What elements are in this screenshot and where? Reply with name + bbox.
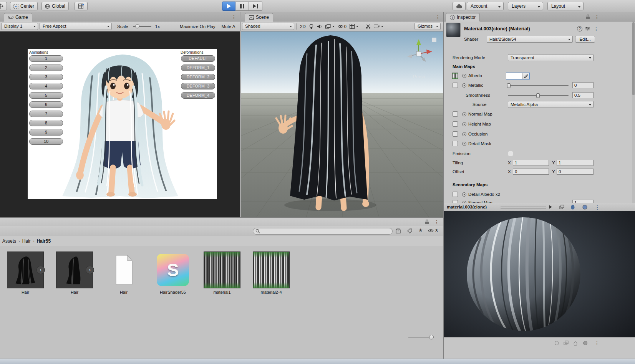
scene-render-area[interactable]: Persp: [241, 31, 443, 217]
prefab-expand-arrow[interactable]: ›: [36, 266, 45, 274]
animation-button-1[interactable]: 1: [29, 55, 63, 62]
breadcrumb-assets[interactable]: Assets: [2, 238, 16, 244]
asset-hair-model-1[interactable]: › Hair: [7, 251, 44, 295]
detail-mask-checkbox[interactable]: [453, 141, 458, 146]
rendering-mode-dropdown[interactable]: Transparent: [508, 54, 594, 61]
effects-dropdown[interactable]: [324, 23, 336, 30]
height-map-checkbox[interactable]: [453, 121, 458, 127]
metallic-value-field[interactable]: 0: [572, 82, 594, 88]
breadcrumb-hair[interactable]: Hair: [22, 238, 31, 244]
play-button[interactable]: [222, 2, 235, 11]
secondary-normal-field[interactable]: 1: [572, 200, 594, 203]
eyedropper-button[interactable]: [522, 73, 529, 79]
tools-button[interactable]: [364, 23, 372, 30]
animation-button-6[interactable]: 6: [29, 101, 63, 108]
shader-dropdown[interactable]: Hair/2Side/54: [487, 36, 573, 43]
smoothness-value-field[interactable]: 0.5: [572, 92, 594, 98]
grid-snap-button[interactable]: [75, 2, 88, 10]
asset-hair-file[interactable]: Hair: [105, 251, 142, 295]
lock-icon[interactable]: [425, 219, 429, 225]
asset-bundle-icon[interactable]: [554, 341, 559, 346]
edit-shader-button[interactable]: Edit...: [575, 36, 595, 43]
search-input[interactable]: [262, 229, 390, 233]
color-swatch[interactable]: [506, 73, 522, 79]
deform-button-2[interactable]: DEFORM_2: [181, 74, 215, 80]
display-dropdown[interactable]: Display 1: [1, 23, 38, 30]
albedo-texture-thumb[interactable]: [452, 73, 458, 79]
animation-button-3[interactable]: 3: [29, 74, 63, 80]
inspector-scrollbar[interactable]: [632, 22, 635, 203]
target-circle-icon[interactable]: [462, 83, 466, 88]
audio-toggle[interactable]: [315, 23, 324, 30]
kebab-menu-icon[interactable]: ⋮: [231, 14, 237, 20]
target-circle-icon[interactable]: [462, 122, 466, 126]
lock-icon[interactable]: [586, 14, 590, 20]
target-circle-icon[interactable]: [462, 74, 466, 78]
move-tool-button[interactable]: [0, 2, 7, 10]
thumbnail-zoom-slider[interactable]: [408, 334, 434, 340]
scrollbar-thumb[interactable]: [632, 22, 635, 95]
layers-mini-icon[interactable]: [564, 341, 569, 346]
preview-play-icon[interactable]: [549, 205, 552, 209]
drag-handle[interactable]: [501, 207, 546, 208]
layers-dropdown[interactable]: Layers: [508, 2, 543, 10]
target-circle-icon[interactable]: [462, 132, 466, 136]
scale-slider[interactable]: [133, 24, 151, 29]
secondary-normal-checkbox[interactable]: [453, 200, 458, 203]
animation-button-5[interactable]: 5: [29, 92, 63, 99]
presets-icon[interactable]: [585, 26, 590, 31]
preview-layers-icon[interactable]: [559, 205, 564, 209]
occlusion-checkbox[interactable]: [453, 131, 458, 137]
package-icon[interactable]: [396, 228, 401, 233]
animation-button-7[interactable]: 7: [29, 111, 63, 117]
asset-hair-model-2[interactable]: › Hair: [56, 251, 93, 295]
preview-shape-icon[interactable]: [582, 205, 587, 210]
asset-material2-4[interactable]: material2-4: [253, 251, 290, 295]
gizmos-dropdown[interactable]: Gizmos: [414, 23, 441, 30]
preview-lighting-icon[interactable]: [571, 205, 575, 210]
cloud-services-button[interactable]: [453, 2, 466, 10]
2d-toggle[interactable]: 2D: [298, 24, 307, 29]
help-icon[interactable]: ?: [577, 26, 582, 31]
tab-scene[interactable]: Scene: [245, 13, 273, 22]
metallic-checkbox[interactable]: [453, 83, 458, 88]
metallic-slider[interactable]: [508, 85, 569, 86]
kebab-menu-icon[interactable]: ⋮: [595, 204, 600, 210]
favorites-icon[interactable]: ★: [418, 227, 423, 233]
kebab-menu-icon[interactable]: ⋮: [434, 219, 439, 225]
kebab-menu-icon[interactable]: ⋮: [594, 26, 599, 32]
offset-x-field[interactable]: 0: [513, 169, 549, 175]
smoothness-slider[interactable]: [508, 95, 569, 96]
visibility-toggle[interactable]: 0: [336, 23, 348, 30]
target-circle-icon[interactable]: [462, 112, 466, 116]
asset-material1[interactable]: material1: [204, 251, 240, 295]
animation-button-2[interactable]: 2: [29, 65, 63, 71]
maximize-on-play-toggle[interactable]: Maximize On Play: [178, 24, 217, 29]
tiling-x-field[interactable]: 1: [513, 160, 549, 166]
search-field[interactable]: [253, 228, 393, 235]
draw-mode-dropdown[interactable]: Shaded: [242, 23, 294, 30]
animation-button-9[interactable]: 9: [29, 129, 63, 136]
material-preview-sphere[interactable]: [444, 211, 635, 337]
prefab-expand-arrow[interactable]: ›: [86, 266, 94, 274]
target-circle-icon[interactable]: [462, 192, 466, 197]
kebab-menu-icon[interactable]: ⋮: [594, 14, 600, 20]
breadcrumb-current[interactable]: Hair55: [36, 238, 51, 244]
source-dropdown[interactable]: Metallic Alpha: [508, 101, 594, 108]
deform-button-4[interactable]: DEFORM_4: [181, 92, 215, 99]
pivot-center-button[interactable]: Center: [10, 2, 38, 10]
sphere-mini-icon[interactable]: [583, 341, 588, 346]
albedo-color-field[interactable]: [506, 73, 530, 79]
emission-checkbox[interactable]: [508, 151, 513, 156]
offset-y-field[interactable]: 0: [557, 169, 594, 175]
camera-dropdown[interactable]: [372, 23, 385, 30]
account-dropdown[interactable]: Account: [467, 2, 504, 10]
mute-audio-toggle[interactable]: Mute A: [220, 24, 237, 29]
target-circle-icon[interactable]: [462, 142, 466, 146]
layout-dropdown[interactable]: Layout: [547, 2, 584, 10]
deform-button-1[interactable]: DEFORM_1: [181, 65, 215, 71]
aspect-ratio-dropdown[interactable]: Free Aspect: [40, 23, 112, 30]
animation-button-10[interactable]: 10: [29, 138, 63, 145]
deform-button-3[interactable]: DEFORM_3: [181, 83, 215, 89]
tab-game[interactable]: Game: [4, 13, 32, 22]
